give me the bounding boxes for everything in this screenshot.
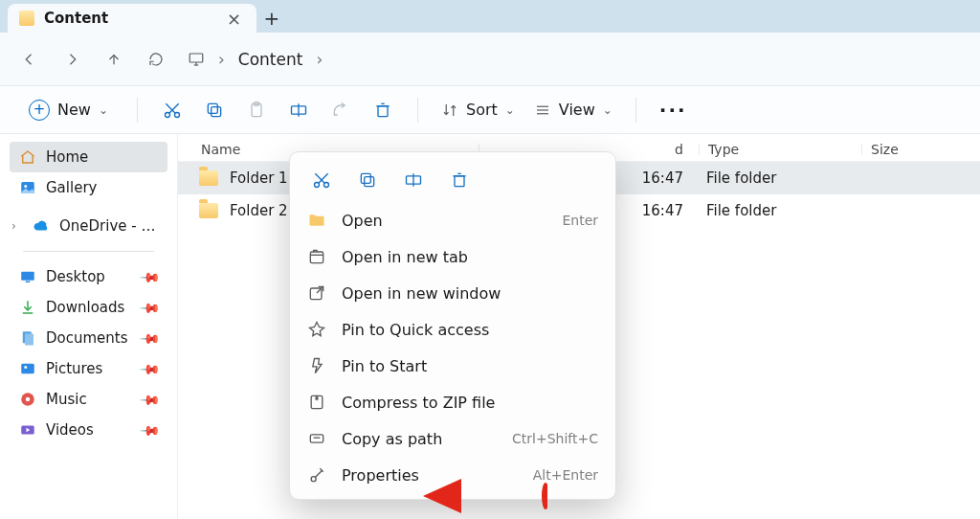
sidebar-item-label: Home bbox=[46, 148, 88, 166]
new-button[interactable]: + New ⌄ bbox=[17, 94, 120, 126]
pin-icon: 📌 bbox=[139, 357, 161, 379]
context-menu-iconrow bbox=[290, 160, 615, 202]
col-type[interactable]: Type bbox=[706, 142, 869, 157]
sidebar-item-music[interactable]: Music 📌 bbox=[10, 384, 167, 415]
chevron-right-icon: › bbox=[218, 50, 225, 69]
sort-label: Sort bbox=[466, 101, 498, 119]
back-button[interactable] bbox=[13, 43, 46, 76]
ctx-open[interactable]: Open Enter bbox=[290, 202, 615, 238]
copy-button[interactable] bbox=[197, 93, 232, 127]
documents-icon bbox=[19, 329, 36, 347]
ctx-copy-button[interactable] bbox=[353, 166, 382, 194]
svg-point-1 bbox=[165, 112, 169, 117]
sidebar-item-label: Music bbox=[46, 391, 132, 408]
row-name-label: Folder 2 bbox=[230, 202, 288, 219]
sidebar-item-label: Videos bbox=[46, 421, 132, 439]
svg-rect-4 bbox=[208, 103, 217, 113]
chevron-down-icon: ⌄ bbox=[603, 103, 612, 117]
desktop-icon bbox=[19, 268, 36, 285]
chevron-down-icon: ⌄ bbox=[99, 103, 108, 117]
sidebar-item-home[interactable]: Home bbox=[10, 142, 167, 172]
sidebar-item-label: Pictures bbox=[46, 360, 132, 377]
delete-button[interactable] bbox=[366, 93, 400, 127]
rename-button[interactable] bbox=[281, 93, 316, 127]
copy-path-icon bbox=[307, 429, 326, 448]
toolbar: + New ⌄ Sort ⌄ View ⌄ ··· bbox=[0, 86, 980, 134]
new-tab-button[interactable]: + bbox=[256, 4, 287, 33]
music-icon bbox=[19, 391, 36, 408]
share-button[interactable] bbox=[323, 93, 358, 127]
chevron-right-icon: › bbox=[316, 50, 323, 69]
sidebar-item-downloads[interactable]: Downloads 📌 bbox=[10, 292, 167, 323]
pin-icon bbox=[307, 320, 326, 339]
browser-tab[interactable]: Content × bbox=[8, 4, 256, 33]
svg-rect-22 bbox=[365, 177, 374, 187]
breadcrumb-folder[interactable]: Content bbox=[238, 50, 303, 69]
refresh-button[interactable] bbox=[140, 43, 172, 76]
ctx-open-tab[interactable]: Open in new tab bbox=[290, 238, 615, 275]
paste-button[interactable] bbox=[239, 93, 274, 127]
sidebar-item-pictures[interactable]: Pictures 📌 bbox=[10, 353, 167, 384]
sort-button[interactable]: Sort ⌄ bbox=[435, 97, 521, 123]
pin-icon: 📌 bbox=[139, 296, 161, 318]
svg-rect-8 bbox=[378, 105, 388, 116]
ctx-label: Open in new tab bbox=[342, 248, 468, 266]
ctx-zip[interactable]: Compress to ZIP file bbox=[290, 384, 615, 420]
ctx-hint: Ctrl+Shift+C bbox=[512, 431, 598, 446]
sidebar-item-label: OneDrive - Perso bbox=[59, 217, 158, 235]
ctx-cut-button[interactable] bbox=[307, 166, 336, 194]
more-button[interactable]: ··· bbox=[654, 95, 693, 125]
external-icon bbox=[307, 283, 326, 303]
gallery-icon bbox=[19, 179, 36, 196]
sidebar-item-videos[interactable]: Videos 📌 bbox=[10, 415, 167, 445]
sidebar-item-label: Documents bbox=[46, 329, 132, 347]
row-name-label: Folder 1 bbox=[230, 169, 288, 187]
svg-rect-0 bbox=[189, 54, 203, 62]
chevron-right-icon[interactable]: › bbox=[11, 219, 16, 233]
sidebar-item-documents[interactable]: Documents 📌 bbox=[10, 323, 167, 353]
breadcrumb[interactable]: › Content › bbox=[188, 50, 323, 69]
sidebar-item-gallery[interactable]: Gallery bbox=[10, 172, 167, 203]
sidebar: Home Gallery › OneDrive - Perso Desktop … bbox=[0, 134, 178, 519]
svg-point-20 bbox=[315, 183, 320, 188]
close-icon[interactable]: × bbox=[223, 9, 245, 29]
svg-point-16 bbox=[24, 366, 27, 369]
separator bbox=[417, 98, 418, 123]
ctx-properties[interactable]: Properties Alt+Enter bbox=[290, 457, 615, 493]
plus-icon: + bbox=[29, 100, 50, 121]
separator bbox=[635, 98, 636, 123]
svg-rect-23 bbox=[361, 173, 370, 183]
chevron-down-icon: ⌄ bbox=[505, 103, 515, 117]
ctx-open-window[interactable]: Open in new window bbox=[290, 275, 615, 311]
zip-icon bbox=[307, 393, 326, 412]
svg-rect-15 bbox=[21, 364, 34, 374]
pin-icon: 📌 bbox=[139, 418, 161, 440]
ctx-label: Properties bbox=[342, 466, 419, 485]
context-menu: Open Enter Open in new tab Open in new w… bbox=[289, 151, 616, 500]
forward-button[interactable] bbox=[56, 43, 88, 76]
ctx-pin-quick[interactable]: Pin to Quick access bbox=[290, 311, 615, 348]
ctx-label: Copy as path bbox=[342, 430, 442, 448]
tab-title: Content bbox=[44, 10, 108, 27]
ctx-label: Pin to Quick access bbox=[342, 321, 489, 339]
ctx-rename-button[interactable] bbox=[399, 166, 428, 194]
sidebar-item-onedrive[interactable]: › OneDrive - Perso bbox=[10, 211, 167, 241]
svg-point-10 bbox=[24, 185, 27, 188]
ctx-copy-path[interactable]: Copy as path Ctrl+Shift+C bbox=[290, 420, 615, 457]
pin-icon: 📌 bbox=[139, 327, 161, 349]
folder-icon bbox=[19, 11, 34, 26]
sidebar-item-desktop[interactable]: Desktop 📌 bbox=[10, 261, 167, 292]
ctx-hint: Alt+Enter bbox=[533, 467, 598, 483]
svg-point-21 bbox=[324, 183, 329, 188]
videos-icon bbox=[19, 421, 36, 439]
view-button[interactable]: View ⌄ bbox=[528, 97, 618, 123]
ctx-delete-button[interactable] bbox=[445, 166, 474, 194]
properties-icon bbox=[307, 465, 326, 485]
sidebar-item-label: Desktop bbox=[46, 268, 132, 285]
cloud-icon bbox=[33, 217, 50, 235]
cut-button[interactable] bbox=[155, 93, 189, 127]
ctx-pin-start[interactable]: Pin to Start bbox=[290, 348, 615, 384]
address-bar: › Content › bbox=[0, 33, 980, 86]
up-button[interactable] bbox=[98, 43, 130, 76]
col-size[interactable]: Size bbox=[869, 142, 980, 157]
